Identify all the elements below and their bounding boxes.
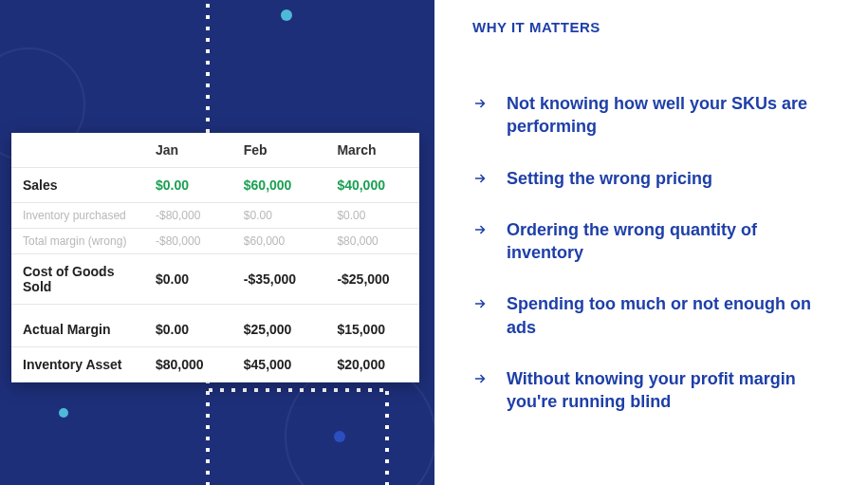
cell: $0.00 xyxy=(232,203,326,229)
list-item: Not knowing how well your SKUs are perfo… xyxy=(472,92,830,139)
row-label: Actual Margin xyxy=(11,305,144,347)
list-item: Without knowing your profit margin you'r… xyxy=(472,367,830,414)
cell: -$80,000 xyxy=(144,203,232,229)
decorative-dot xyxy=(59,408,68,418)
cell: -$35,000 xyxy=(232,254,326,305)
list-item: Ordering the wrong quantity of inventory xyxy=(472,218,830,265)
right-panel: WHY IT MATTERS Not knowing how well your… xyxy=(434,0,868,485)
section-heading: WHY IT MATTERS xyxy=(472,19,830,35)
bullet-text: Spending too much or not enough on ads xyxy=(507,292,830,339)
row-label: Sales xyxy=(11,168,144,203)
left-panel: Jan Feb March Sales $0.00 $60,000 $40,00… xyxy=(0,0,434,485)
col-header: Jan xyxy=(144,133,232,168)
bullet-text: Without knowing your profit margin you'r… xyxy=(507,367,830,414)
cell: $80,000 xyxy=(325,229,419,254)
cell: $80,000 xyxy=(144,347,232,382)
row-label: Inventory Asset xyxy=(11,347,144,382)
table-row: Cost of Goods Sold $0.00 -$35,000 -$25,0… xyxy=(11,254,419,305)
bullet-list: Not knowing how well your SKUs are perfo… xyxy=(472,92,830,414)
row-label: Cost of Goods Sold xyxy=(11,254,144,305)
arrow-right-icon xyxy=(472,370,489,387)
decorative-dot xyxy=(334,431,345,442)
cell: -$25,000 xyxy=(325,254,419,305)
cell: $0.00 xyxy=(144,254,232,305)
financial-table: Jan Feb March Sales $0.00 $60,000 $40,00… xyxy=(11,133,419,382)
table-row: Total margin (wrong) -$80,000 $60,000 $8… xyxy=(11,229,419,254)
list-item: Spending too much or not enough on ads xyxy=(472,292,830,339)
table-header-row: Jan Feb March xyxy=(11,133,419,168)
cell: $0.00 xyxy=(144,305,232,347)
table-row: Sales $0.00 $60,000 $40,000 xyxy=(11,168,419,203)
col-header: Feb xyxy=(232,133,326,168)
arrow-right-icon xyxy=(472,295,489,312)
table-row: Inventory Asset $80,000 $45,000 $20,000 xyxy=(11,347,419,382)
cell: $40,000 xyxy=(325,168,419,203)
arrow-right-icon xyxy=(472,221,489,238)
col-header: March xyxy=(325,133,419,168)
bullet-text: Setting the wrong pricing xyxy=(507,167,712,190)
bullet-text: Not knowing how well your SKUs are perfo… xyxy=(507,92,830,139)
cell: $20,000 xyxy=(325,347,419,382)
table-row: Inventory purchased -$80,000 $0.00 $0.00 xyxy=(11,203,419,229)
row-label: Inventory purchased xyxy=(11,203,144,229)
list-item: Setting the wrong pricing xyxy=(472,167,830,190)
bullet-text: Ordering the wrong quantity of inventory xyxy=(507,218,830,265)
cell: $25,000 xyxy=(232,305,326,347)
row-label: Total margin (wrong) xyxy=(11,229,144,254)
cell: $45,000 xyxy=(232,347,326,382)
financial-table-card: Jan Feb March Sales $0.00 $60,000 $40,00… xyxy=(11,133,419,382)
arrow-right-icon xyxy=(472,170,489,187)
arrow-right-icon xyxy=(472,95,489,112)
cell: $0.00 xyxy=(144,168,232,203)
table-row: Actual Margin $0.00 $25,000 $15,000 xyxy=(11,305,419,347)
cell: $60,000 xyxy=(232,168,326,203)
cell: $15,000 xyxy=(325,305,419,347)
col-header xyxy=(11,133,144,168)
cell: $60,000 xyxy=(232,229,326,254)
decorative-dot xyxy=(281,9,292,21)
cell: $0.00 xyxy=(325,203,419,229)
cell: -$80,000 xyxy=(144,229,232,254)
